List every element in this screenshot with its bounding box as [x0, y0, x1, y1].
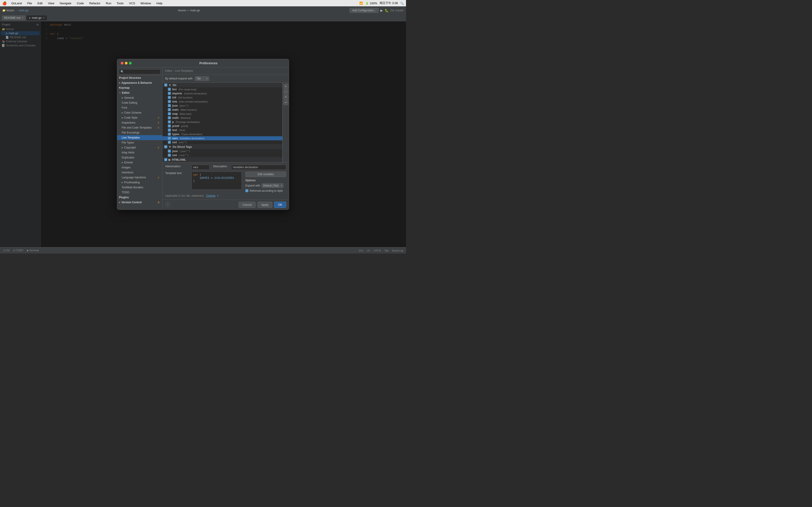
html-group-check[interactable]: ✓: [164, 158, 167, 161]
nav-emmet[interactable]: ▶ Emmet: [117, 160, 162, 165]
forr-check[interactable]: ✓: [168, 88, 171, 91]
abbreviation-input[interactable]: [192, 165, 210, 170]
nav-file-types[interactable]: File Types: [117, 140, 162, 145]
template-forr[interactable]: ✓ forr (For range loop): [162, 88, 282, 92]
template-group-go-struct-header[interactable]: ✓ ▼ Go Struct Tags: [162, 145, 282, 149]
status-event-log[interactable]: Event Log: [392, 249, 403, 252]
copy-template-btn[interactable]: ⎘: [284, 95, 289, 100]
breadcrumb-editor[interactable]: Editor: [165, 69, 172, 72]
nav-plugins[interactable]: Plugins: [117, 195, 162, 200]
template-printf[interactable]: ✓ printf (printf): [162, 124, 282, 128]
nav-images[interactable]: Images: [117, 165, 162, 170]
nav-editor[interactable]: ▼ Editor: [117, 90, 162, 95]
template-text-editor[interactable]: var ( $NAME$ = $VALUE$$END$ ): [192, 172, 242, 190]
nav-copyright[interactable]: ▶ Copyright ⚠: [117, 145, 162, 150]
tab-readme-close[interactable]: ✕: [21, 16, 23, 19]
nav-appearance-behavior[interactable]: ▶ Appearance & Behavior: [117, 80, 162, 85]
status-indent[interactable]: Tab: [385, 249, 389, 252]
template-group-go-header[interactable]: ✓ ▼ Go: [162, 83, 282, 88]
menu-window[interactable]: Window: [140, 1, 152, 5]
add-template-btn[interactable]: +: [284, 84, 289, 89]
apply-btn[interactable]: Apply: [257, 202, 272, 208]
cancel-btn[interactable]: Cancel: [239, 202, 255, 208]
add-config-btn[interactable]: Add Configuration...: [350, 8, 378, 13]
menu-view[interactable]: View: [47, 1, 55, 5]
go-struct-group-check[interactable]: ✓: [164, 145, 167, 148]
nav-duplicates[interactable]: Duplicates: [117, 155, 162, 160]
description-input[interactable]: [231, 165, 286, 170]
nav-code-style[interactable]: ▶ Code Style ⚠: [117, 115, 162, 120]
template-init[interactable]: ✓ init (Init function): [162, 96, 282, 100]
template-struct-xml[interactable]: ✓ xml (`xml:""`): [162, 153, 282, 157]
nav-general[interactable]: ▶ General: [117, 95, 162, 100]
nav-version-control[interactable]: ▶ Version Control ⚠: [117, 200, 162, 205]
nav-language-injections[interactable]: Language Injections ⚠: [117, 175, 162, 180]
init-check[interactable]: ✓: [168, 96, 171, 99]
struct-xml-check[interactable]: ✓: [168, 154, 171, 157]
template-json[interactable]: ✓ json (json:""): [162, 104, 282, 108]
reformat-checkbox[interactable]: ✓: [245, 189, 248, 192]
menu-file[interactable]: File: [26, 1, 33, 5]
nav-inspections[interactable]: Inspections ⚠: [117, 120, 162, 125]
status-todo[interactable]: ☑ TODO: [13, 249, 23, 252]
vars-check[interactable]: ✓: [168, 137, 171, 139]
test-check[interactable]: ✓: [168, 128, 171, 131]
template-main[interactable]: ✓ main (Main function): [162, 108, 282, 112]
status-line-ending[interactable]: LF: [367, 249, 370, 252]
maximize-window-btn[interactable]: [129, 62, 132, 64]
template-struct-json[interactable]: ✓ json (`json:""`): [162, 149, 282, 153]
minimize-window-btn[interactable]: [125, 62, 128, 64]
go-group-check[interactable]: ✓: [164, 83, 167, 87]
tab-readme[interactable]: README.md ✕: [2, 15, 26, 20]
types-check[interactable]: ✓: [168, 133, 171, 135]
menu-help[interactable]: Help: [155, 1, 163, 5]
template-p[interactable]: ✓ p (Package declaration): [162, 120, 282, 124]
status-git[interactable]: ⎇ Git: [3, 249, 9, 252]
nav-intentions[interactable]: Intentions: [117, 170, 162, 175]
nav-search-input[interactable]: [119, 69, 160, 74]
search-icon[interactable]: 🔍: [400, 2, 404, 5]
imports-check[interactable]: ✓: [168, 92, 171, 95]
tab-maingo-close[interactable]: ✕: [43, 16, 45, 19]
nav-project-structure[interactable]: Project Structure: [117, 75, 162, 80]
close-window-btn[interactable]: [121, 62, 123, 64]
p-check[interactable]: ✓: [168, 120, 171, 123]
map-check[interactable]: ✓: [168, 112, 171, 115]
template-types[interactable]: ✓ types (Types declaration): [162, 132, 282, 136]
menu-navigate[interactable]: Navigate: [59, 1, 72, 5]
template-test[interactable]: ✓ test (Test): [162, 128, 282, 132]
tab-maingo[interactable]: ● main.go ✕: [27, 15, 47, 20]
template-iota[interactable]: ✓ iota (Iota constant declaration): [162, 100, 282, 104]
debug-btn[interactable]: 🐛: [385, 9, 389, 12]
run-btn[interactable]: ▶: [380, 9, 383, 12]
nav-code-editing[interactable]: Code Editing: [117, 100, 162, 105]
menu-run[interactable]: Run: [105, 1, 112, 5]
menu-code[interactable]: Code: [76, 1, 85, 5]
iota-check[interactable]: ✓: [168, 100, 171, 103]
nav-keymap[interactable]: Keymap: [117, 85, 162, 90]
edit-variables-btn[interactable]: Edit variables: [245, 172, 286, 177]
status-terminal[interactable]: ▶ Terminal: [27, 249, 39, 252]
menu-refactor[interactable]: Refactor: [88, 1, 101, 5]
remove-template-btn[interactable]: −: [284, 89, 289, 94]
nav-proofreading[interactable]: ▶ Proofreading: [117, 180, 162, 185]
apple-menu[interactable]: 🍎: [2, 1, 7, 5]
template-map[interactable]: ✓ map (Map type): [162, 112, 282, 116]
menu-vcs[interactable]: VCS: [128, 1, 136, 5]
nav-todo[interactable]: TODO: [117, 190, 162, 195]
expand-with-select[interactable]: Default (Tab) Tab Enter Space: [261, 183, 284, 188]
meth-check[interactable]: ✓: [168, 116, 171, 119]
ok-btn[interactable]: OK: [274, 202, 286, 208]
json-check[interactable]: ✓: [168, 104, 171, 107]
status-encoding[interactable]: UTF-8: [374, 249, 381, 252]
nav-font[interactable]: Font: [117, 105, 162, 110]
printf-check[interactable]: ✓: [168, 124, 171, 127]
template-vars[interactable]: ✓ vars (Variables declaration): [162, 136, 282, 140]
template-group-html-header[interactable]: ✓ ▶ HTML/XML: [162, 158, 282, 162]
main-check[interactable]: ✓: [168, 108, 171, 111]
change-link[interactable]: Change: [206, 194, 215, 198]
menu-tools[interactable]: Tools: [116, 1, 124, 5]
nav-textmate[interactable]: TextMate Bundles: [117, 185, 162, 190]
template-xml[interactable]: ✓ xml (xml:""): [162, 140, 282, 145]
menu-edit[interactable]: Edit: [37, 1, 43, 5]
